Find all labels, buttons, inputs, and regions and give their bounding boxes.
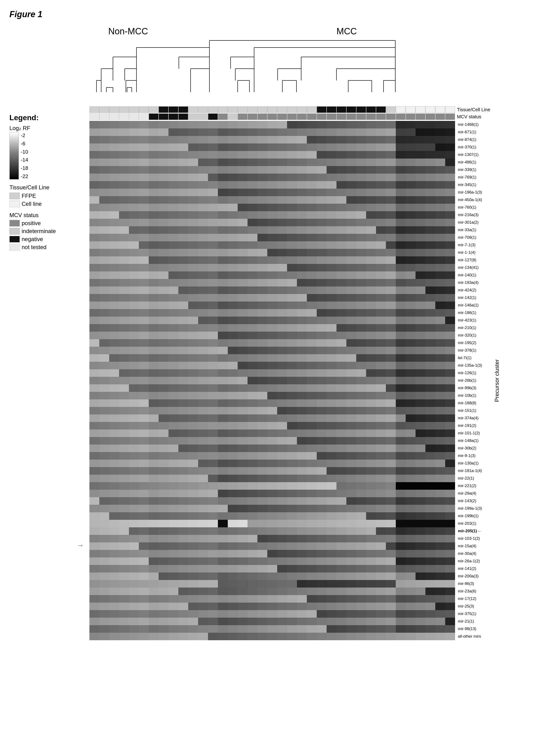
- main-content: Legend: Log₂ RF -2 -6 -10 -14 -18 -22: [9, 24, 551, 640]
- tick-2: -6: [21, 141, 28, 147]
- heatmap-grid-container: [89, 106, 455, 640]
- heatmap-row: [89, 249, 455, 256]
- row-label: mir-188(8): [457, 399, 491, 407]
- row-label: mir-29a(4): [457, 490, 491, 497]
- heatmap-row: [89, 384, 455, 392]
- heatmap-row: [89, 136, 455, 143]
- row-label: mir-21(1): [457, 617, 491, 625]
- row-label: mir-193a(4): [457, 279, 491, 286]
- row-label: mir-1307(1): [457, 151, 491, 159]
- heatmap-row: [89, 317, 455, 324]
- row-label: mir-339(1): [457, 166, 491, 174]
- heatmap-row: [89, 294, 455, 302]
- cellline-label: Cell line: [22, 201, 42, 207]
- heatmap-row: [89, 309, 455, 317]
- heatmap-row: [89, 633, 455, 640]
- heatmap-row: [89, 414, 455, 422]
- row-label: all-other mirs: [457, 633, 491, 640]
- row-label: mir-370(1): [457, 143, 491, 151]
- row-label: mir-9-1(3): [457, 452, 491, 460]
- mcc-label: MCC: [337, 26, 357, 37]
- row-label: mir-148a(1): [457, 437, 491, 445]
- row-label: mir-101-1(2): [457, 429, 491, 437]
- heatmap-row: [89, 490, 455, 497]
- tissue-label: Tissue/Cell Line: [9, 184, 89, 191]
- heatmap-row: [89, 505, 455, 512]
- tick-5: -18: [21, 165, 28, 171]
- row-label: mir-203(1): [457, 520, 491, 527]
- tissue-right-label: Tissue/Cell Line: [457, 106, 491, 113]
- row-label: mir-760(1): [457, 204, 491, 211]
- heatmap-row: [89, 174, 455, 181]
- row-label: mir-874(1): [457, 136, 491, 143]
- row-label: mir-103-1(2): [457, 535, 491, 542]
- row-label: mir-210(1): [457, 324, 491, 332]
- heatmap-row: [89, 226, 455, 234]
- heatmap-row: [89, 354, 455, 362]
- row-label: mir-205(1) ←: [457, 527, 491, 535]
- row-label: mir-186(1): [457, 309, 491, 317]
- row-label: mir-146a(1): [457, 302, 491, 309]
- heatmap-area: Non-MCC MCC: [89, 24, 551, 640]
- heatmap-row: [89, 166, 455, 174]
- row-label: mir-301a(2): [457, 219, 491, 226]
- tissue-legend-section: Tissue/Cell Line FFPE Cell line: [9, 184, 89, 207]
- row-label: mir-96(3): [457, 580, 491, 588]
- heatmap-row: [89, 610, 455, 617]
- non-mcc-label: Non-MCC: [108, 26, 148, 37]
- row-label: mir-424(2): [457, 286, 491, 294]
- row-label: mir-375(1): [457, 610, 491, 617]
- heatmap-row: [89, 497, 455, 505]
- negative-label: negative: [22, 236, 43, 243]
- row-label: mir-7-1(3): [457, 241, 491, 249]
- ffpe-row: FFPE: [9, 192, 89, 199]
- heatmap-row: [89, 542, 455, 550]
- heatmap-row: [89, 219, 455, 226]
- row-label: mir-671(1): [457, 128, 491, 136]
- heatmap-row: [89, 181, 455, 189]
- row-label: mir-30a(4): [457, 550, 491, 557]
- heatmap-row: [89, 595, 455, 603]
- heatmap-row: [89, 445, 455, 452]
- heatmap-row: [89, 271, 455, 279]
- legend-title: Legend:: [9, 114, 89, 122]
- heatmap-row: [89, 527, 455, 535]
- row-label: let-7i(1): [457, 354, 491, 362]
- row-label: mir-130a(1): [457, 460, 491, 467]
- heatmap-row: [89, 151, 455, 159]
- row-label: mir-378(1): [457, 347, 491, 354]
- row-label: mir-26b(1): [457, 377, 491, 384]
- row-label: mir-142(1): [457, 294, 491, 302]
- heatmap-row: [89, 452, 455, 460]
- heatmap-row: [89, 588, 455, 595]
- row-label: mir-23a(6): [457, 588, 491, 595]
- mir205-left-arrow: →: [77, 542, 84, 549]
- row-label: mir-30b(2): [457, 445, 491, 452]
- heatmap-row: [89, 512, 455, 520]
- tick-6: -22: [21, 173, 28, 180]
- heatmap-row: [89, 211, 455, 219]
- heatmap-row: [89, 580, 455, 588]
- heatmap-row: [89, 347, 455, 354]
- heatmap-row: [89, 603, 455, 610]
- heatmap-row: [89, 362, 455, 369]
- heatmap-data-rows: [89, 121, 455, 640]
- row-label: mir-450a-1(4): [457, 196, 491, 204]
- row-label: mir-200a(3): [457, 572, 491, 580]
- heatmap-row: [89, 196, 455, 204]
- heatmap-row: [89, 392, 455, 399]
- heatmap-row: [89, 189, 455, 196]
- heatmap-row: [89, 557, 455, 565]
- row-label: mir-486(1): [457, 159, 491, 166]
- row-label: mir-26a-1(2): [457, 557, 491, 565]
- row-label: mir-15a(4): [457, 542, 491, 550]
- row-label: mir-423(1): [457, 317, 491, 324]
- heatmap-body: Tissue/Cell Line MCV status mir-1468(1)m…: [89, 106, 551, 640]
- precursor-cluster-label: Precursor cluster: [493, 121, 501, 640]
- tick-4: -14: [21, 157, 28, 163]
- heatmap-row: [89, 520, 455, 527]
- heatmap-row: [89, 565, 455, 572]
- row-label: mir-143(2): [457, 497, 491, 505]
- annotation-rows: [89, 106, 455, 121]
- indeterminate-label: indeterminate: [22, 228, 56, 235]
